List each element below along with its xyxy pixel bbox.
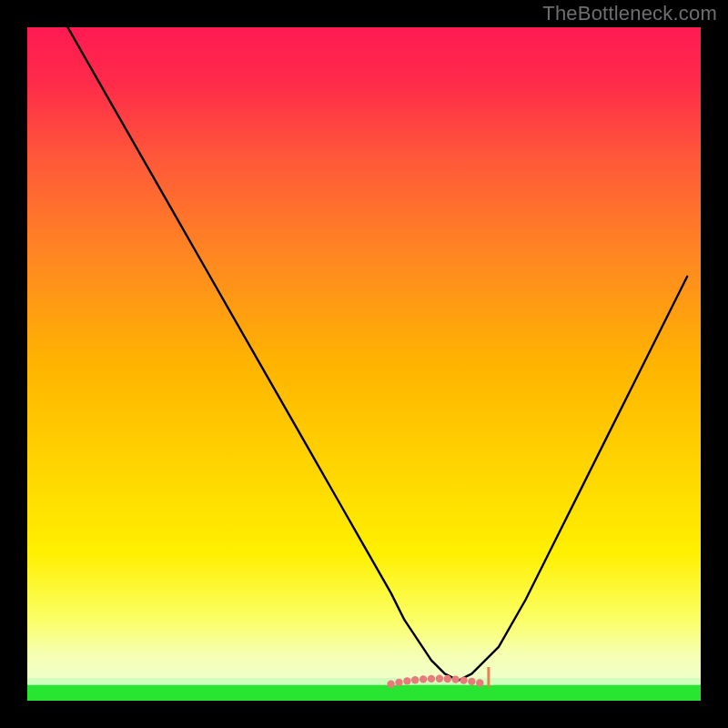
svg-point-16 (476, 679, 483, 686)
svg-point-10 (428, 675, 435, 682)
svg-point-13 (451, 675, 459, 682)
svg-point-6 (395, 679, 402, 686)
svg-point-8 (411, 676, 419, 683)
svg-point-11 (436, 675, 443, 682)
green-band-highlight (27, 678, 701, 685)
plot-background (27, 27, 701, 701)
chart-frame: TheBottleneck.com (0, 0, 728, 728)
svg-point-12 (444, 675, 451, 682)
green-band (27, 684, 701, 701)
svg-point-5 (387, 681, 394, 688)
svg-point-7 (403, 677, 410, 684)
watermark-label: TheBottleneck.com (542, 2, 717, 25)
svg-point-9 (420, 675, 427, 682)
svg-point-15 (468, 678, 475, 685)
svg-rect-2 (0, 701, 728, 728)
bottleneck-chart (0, 0, 728, 728)
svg-rect-4 (701, 0, 728, 728)
svg-point-14 (460, 676, 467, 683)
svg-rect-3 (0, 0, 27, 728)
